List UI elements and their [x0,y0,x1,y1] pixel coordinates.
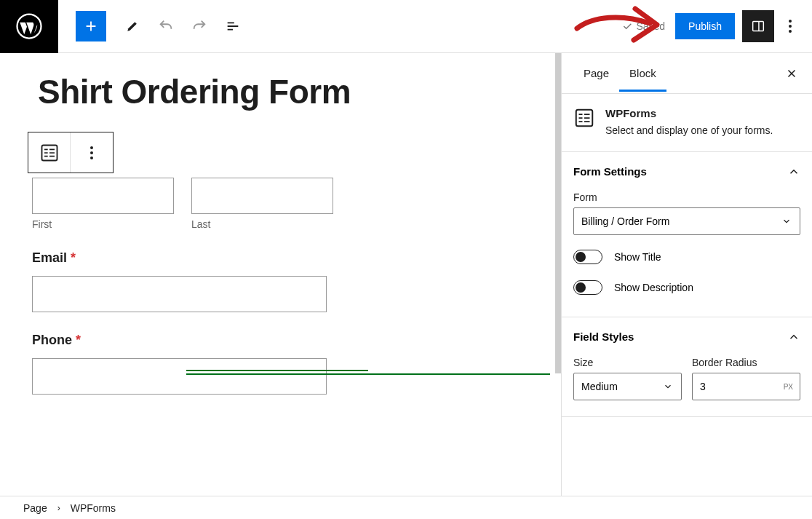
block-more-icon[interactable] [71,132,113,173]
saved-status: Saved [621,20,665,32]
check-icon [621,20,633,32]
show-description-toggle[interactable] [573,280,602,295]
px-unit-label: PX [784,382,793,390]
redo-icon[interactable] [191,17,208,35]
tab-page[interactable]: Page [573,55,619,91]
chevron-up-icon [787,330,800,344]
publish-button[interactable]: Publish [675,13,735,39]
editor-canvas[interactable]: Shirt Ordering Form Name * First Last [0,53,562,496]
scrollbar[interactable] [555,53,561,496]
page-title[interactable]: Shirt Ordering Form [32,75,529,108]
svg-rect-1 [753,22,764,31]
block-toolbar [28,132,114,173]
breadcrumb: Page › WPForms [0,496,812,519]
svg-point-5 [789,30,792,33]
form-select[interactable]: Billing / Order Form [573,207,800,235]
field-styles-panel-toggle[interactable]: Field Styles [562,317,812,357]
breadcrumb-current[interactable]: WPForms [71,502,116,514]
form-settings-panel-toggle[interactable]: Form Settings [562,152,812,191]
chevron-up-icon [787,165,800,178]
breadcrumb-separator: › [57,503,60,513]
block-description: Select and display one of your forms. [605,124,773,138]
wpforms-block-icon [573,107,595,129]
svg-point-3 [789,20,792,23]
edit-tool-icon[interactable] [124,17,141,35]
block-name: WPForms [605,107,773,119]
show-description-label: Show Description [614,282,693,293]
size-label: Size [573,357,682,368]
phone-field-label: Phone * [32,333,529,348]
block-type-icon[interactable] [28,132,71,173]
sidebar-toggle-button[interactable] [742,10,774,42]
more-options-icon[interactable] [781,17,799,35]
size-select[interactable]: Medium [573,373,682,400]
show-title-label: Show Title [614,251,661,263]
svg-point-4 [789,25,792,28]
email-input[interactable] [32,276,327,312]
svg-point-8 [90,151,93,154]
svg-point-7 [90,146,93,149]
svg-point-9 [90,157,93,159]
settings-sidebar: Page Block WPForms Select and display on… [562,53,812,496]
email-field-label: Email * [32,250,529,266]
breadcrumb-root[interactable]: Page [23,502,47,514]
last-name-input[interactable] [191,178,333,214]
close-sidebar-icon[interactable] [783,65,800,82]
first-sublabel: First [32,218,174,230]
border-radius-label: Border Radius [692,357,800,368]
tab-block[interactable]: Block [619,55,666,91]
wordpress-logo[interactable] [0,0,58,53]
first-name-input[interactable] [32,178,174,214]
decoration-line [186,370,368,371]
form-select-label: Form [573,191,800,203]
phone-input[interactable] [32,358,327,395]
last-sublabel: Last [191,218,333,230]
undo-icon[interactable] [157,17,175,35]
document-outline-icon[interactable] [224,17,242,35]
add-block-button[interactable] [76,11,106,41]
show-title-toggle[interactable] [573,250,602,264]
decoration-line [186,373,550,375]
